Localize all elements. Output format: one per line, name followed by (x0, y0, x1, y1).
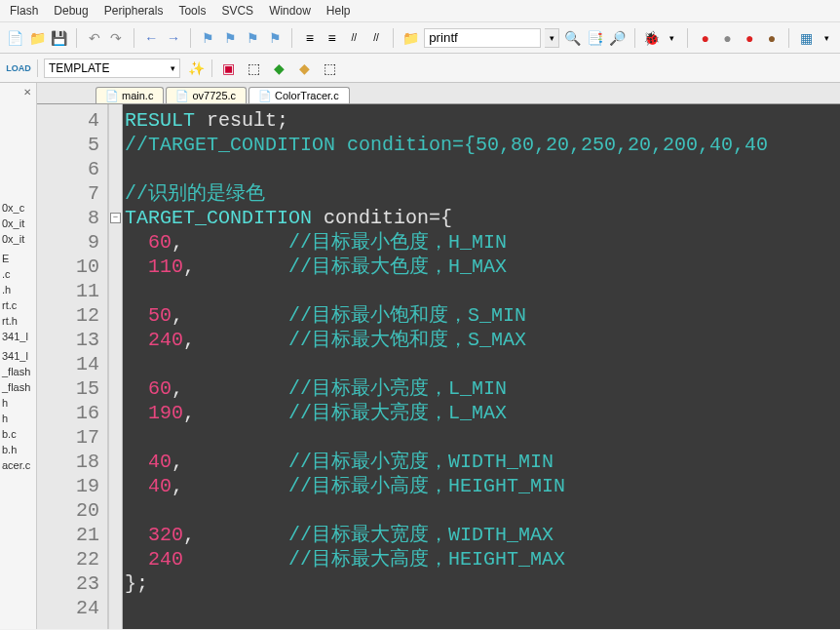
breakpoint-red-icon[interactable]: ● (696, 28, 714, 48)
code-line[interactable]: 110, //目标最大色度，H_MAX (125, 255, 840, 279)
opt2-icon[interactable]: ◆ (294, 59, 314, 78)
menu-peripherals[interactable]: Peripherals (104, 4, 164, 18)
editor-area: 📄main.c📄ov7725.c📄ColorTracer.c 456789101… (37, 83, 840, 629)
code-line[interactable]: 240, //目标最大饱和度，S_MAX (125, 328, 840, 352)
manage-icon[interactable]: ▣ (218, 59, 238, 78)
sidebar-item[interactable]: acer.c (0, 457, 36, 473)
opt3-icon[interactable]: ⬚ (320, 59, 339, 78)
code-line[interactable] (125, 352, 840, 376)
indent-icon[interactable]: ≡ (300, 28, 319, 48)
fold-toggle-icon[interactable]: − (110, 213, 121, 223)
sidebar-item[interactable]: h (0, 395, 36, 411)
line-number: 21 (76, 523, 99, 547)
main-area: ✕ 0x_c0x_it0x_itE.c.hrt.crt.h341_l341_l_… (0, 83, 840, 629)
code-line[interactable]: //TARGET_CONDITION condition={50,80,20,2… (125, 133, 840, 157)
code-line[interactable]: 240 //目标最大高度，HEIGHT_MAX (125, 547, 840, 571)
load-icon[interactable]: LOAD (6, 59, 31, 78)
folder-icon[interactable]: 📁 (401, 28, 420, 48)
breakpoint-orange-icon[interactable]: ● (741, 28, 759, 48)
project-sidebar: ✕ 0x_c0x_it0x_itE.c.hrt.crt.h341_l341_l_… (0, 83, 37, 629)
menu-tools[interactable]: Tools (178, 4, 206, 18)
sidebar-item[interactable]: 0x_c (0, 200, 36, 216)
bookmark-clear-icon[interactable]: ⚑ (266, 28, 285, 48)
bookmark-next-icon[interactable]: ⚑ (244, 28, 262, 48)
fold-column[interactable]: − (109, 104, 123, 629)
redo-icon[interactable]: ↷ (107, 28, 126, 48)
code-line[interactable] (125, 279, 840, 303)
code-line[interactable]: 40, //目标最小宽度，WIDTH_MIN (125, 450, 840, 474)
breakpoint-disable-icon[interactable]: ● (718, 28, 737, 48)
sidebar-item[interactable]: .h (0, 282, 36, 297)
code-line[interactable]: 60, //目标最小色度，H_MIN (125, 230, 840, 255)
sidebar-item[interactable]: E (0, 251, 36, 266)
target-combo[interactable]: TEMPLATE ▾ (44, 59, 180, 78)
code-line[interactable] (125, 157, 840, 181)
tab-ov7725-c[interactable]: 📄ov7725.c (166, 87, 247, 103)
code-line[interactable] (125, 596, 840, 620)
outdent-icon[interactable]: ≡ (323, 28, 341, 48)
menu-help[interactable]: Help (326, 4, 351, 18)
line-number: 24 (76, 596, 99, 620)
code-content[interactable]: RESULT result;//TARGET_CONDITION conditi… (123, 104, 840, 629)
menu-svcs[interactable]: SVCS (221, 4, 253, 18)
incremental-find-icon[interactable]: 🔎 (608, 28, 627, 48)
panel-dropdown-icon[interactable]: ▾ (820, 28, 834, 48)
menu-flash[interactable]: Flash (10, 4, 38, 18)
sidebar-item[interactable]: 341_l (0, 329, 36, 344)
debug-icon[interactable]: 🐞 (643, 28, 662, 48)
tab-main-c[interactable]: 📄main.c (95, 87, 164, 103)
code-line[interactable]: 40, //目标最小高度，HEIGHT_MIN (125, 474, 840, 498)
menu-debug[interactable]: Debug (54, 4, 88, 18)
code-line[interactable] (125, 425, 840, 450)
comment-icon[interactable]: // (345, 28, 363, 48)
find-icon[interactable]: 🔍 (563, 28, 582, 48)
open-icon[interactable]: 📁 (28, 28, 47, 48)
wand-icon[interactable]: ✨ (186, 59, 206, 78)
sidebar-item[interactable]: b.h (0, 442, 36, 457)
search-input[interactable] (424, 28, 541, 48)
sidebar-item[interactable]: h (0, 411, 36, 426)
code-line[interactable]: 320, //目标最大宽度，WIDTH_MAX (125, 523, 840, 547)
save-icon[interactable]: 💾 (51, 28, 69, 48)
books-icon[interactable]: ⬚ (244, 59, 263, 78)
uncomment-icon[interactable]: // (367, 28, 386, 48)
sidebar-close-icon[interactable]: ✕ (20, 85, 34, 98)
sidebar-item[interactable]: rt.h (0, 313, 36, 329)
undo-icon[interactable]: ↶ (85, 28, 103, 48)
line-number: 9 (76, 230, 99, 255)
code-line[interactable]: 60, //目标最小亮度，L_MIN (125, 376, 840, 401)
sidebar-item[interactable]: rt.c (0, 297, 36, 313)
nav-forward-icon[interactable]: → (165, 28, 183, 48)
bookmark-toggle-icon[interactable]: ⚑ (199, 28, 217, 48)
opt1-icon[interactable]: ◆ (269, 59, 288, 78)
sidebar-item[interactable]: _flash (0, 379, 36, 395)
sidebar-item[interactable]: 0x_it (0, 231, 36, 247)
bookmark-prev-icon[interactable]: ⚑ (221, 28, 240, 48)
code-line[interactable] (125, 498, 840, 523)
sidebar-item[interactable]: 0x_it (0, 216, 36, 231)
tab-ColorTracer-c[interactable]: 📄ColorTracer.c (248, 87, 350, 103)
search-dropdown-icon[interactable]: ▾ (545, 28, 559, 48)
sidebar-item[interactable]: .c (0, 266, 36, 282)
new-file-icon[interactable]: 📄 (6, 28, 24, 48)
code-editor[interactable]: 456789101112131415161718192021222324 − R… (37, 104, 840, 629)
toolbar-separator (393, 28, 394, 48)
menu-window[interactable]: Window (269, 4, 311, 18)
sidebar-item[interactable]: b.c (0, 426, 36, 442)
tab-label: main.c (122, 90, 153, 101)
sidebar-item[interactable]: _flash (0, 364, 36, 379)
code-line[interactable]: //识别的是绿色 (125, 181, 840, 206)
toolbar-separator (37, 59, 38, 77)
sidebar-item[interactable]: 341_l (0, 348, 36, 364)
breakpoint-brown-icon[interactable]: ● (763, 28, 782, 48)
panel-icon[interactable]: ▦ (797, 28, 816, 48)
code-line[interactable]: TARGET_CONDITION condition={ (125, 206, 840, 230)
debug-dropdown-icon[interactable]: ▾ (665, 28, 679, 48)
nav-back-icon[interactable]: ← (142, 28, 161, 48)
code-line[interactable]: 50, //目标最小饱和度，S_MIN (125, 303, 840, 328)
toolbar-separator (788, 28, 789, 48)
code-line[interactable]: 190, //目标最大亮度，L_MAX (125, 401, 840, 425)
find-in-files-icon[interactable]: 📑 (586, 28, 604, 48)
code-line[interactable]: }; (125, 571, 840, 596)
code-line[interactable]: RESULT result; (125, 108, 840, 133)
